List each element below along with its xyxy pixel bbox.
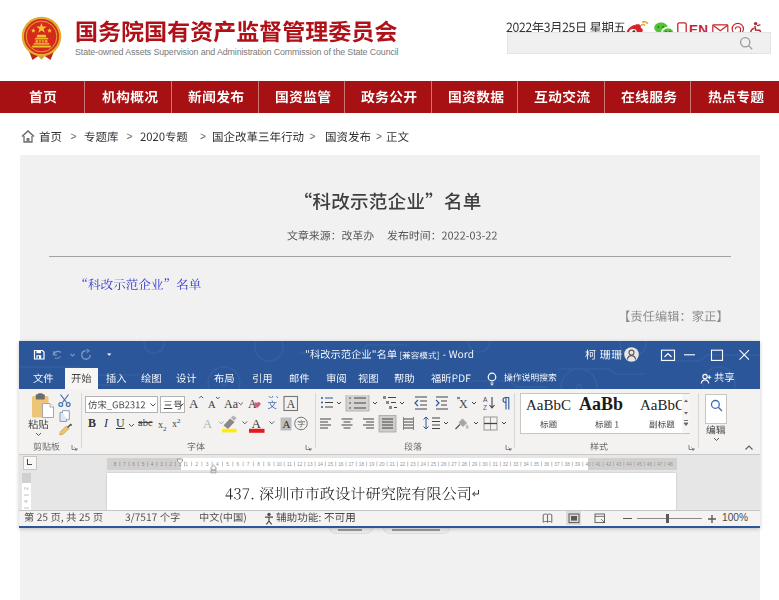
svg-text:A: A: [287, 398, 296, 410]
svg-text:X: X: [459, 397, 468, 411]
svg-text:10: 10: [276, 462, 282, 467]
svg-text:44: 44: [626, 462, 632, 467]
svg-text:13: 13: [307, 462, 313, 467]
svg-text:6: 6: [236, 462, 239, 467]
svg-text:12: 12: [297, 462, 303, 467]
svg-text:48: 48: [667, 462, 673, 467]
svg-text:38: 38: [564, 462, 570, 467]
svg-text:8: 8: [114, 462, 117, 467]
svg-text:36: 36: [544, 462, 550, 467]
svg-text:20: 20: [379, 462, 385, 467]
svg-text:16: 16: [338, 462, 344, 467]
svg-text:15: 15: [328, 462, 334, 467]
svg-text:24: 24: [420, 462, 426, 467]
svg-text:25: 25: [430, 462, 436, 467]
svg-text:Z: Z: [483, 404, 487, 411]
svg-text:33: 33: [513, 462, 519, 467]
svg-text:41: 41: [595, 462, 601, 467]
svg-text:26: 26: [441, 462, 447, 467]
svg-text:Aa: Aa: [224, 397, 239, 411]
svg-text:A: A: [283, 418, 291, 430]
svg-text:9: 9: [267, 462, 270, 467]
svg-text:A: A: [203, 417, 212, 431]
svg-text:A: A: [208, 399, 216, 410]
svg-text:A: A: [189, 396, 199, 411]
svg-text:32: 32: [503, 462, 509, 467]
svg-text:27: 27: [451, 462, 457, 467]
svg-text:2: 2: [169, 462, 172, 467]
svg-text:29: 29: [472, 462, 478, 467]
svg-text:21: 21: [389, 462, 395, 467]
svg-text:4: 4: [24, 500, 29, 503]
svg-text:6: 6: [132, 462, 135, 467]
svg-text:A: A: [483, 396, 488, 403]
svg-text:11: 11: [287, 462, 292, 467]
svg-text:31: 31: [492, 462, 498, 467]
svg-text:2: 2: [24, 487, 29, 490]
svg-text:3: 3: [160, 462, 163, 467]
svg-text:46: 46: [647, 462, 653, 467]
svg-text:4: 4: [151, 462, 154, 467]
svg-text:43: 43: [616, 462, 622, 467]
svg-text:5: 5: [141, 462, 144, 467]
svg-text:30: 30: [482, 462, 488, 467]
svg-text:47: 47: [657, 462, 663, 467]
svg-text:34: 34: [523, 462, 529, 467]
svg-text:7: 7: [247, 462, 250, 467]
svg-text:23: 23: [410, 462, 416, 467]
svg-text:17: 17: [348, 462, 354, 467]
svg-text:40: 40: [585, 462, 591, 467]
svg-text:39: 39: [575, 462, 581, 467]
svg-text:37: 37: [554, 462, 560, 467]
svg-text:22: 22: [400, 462, 406, 467]
svg-text:28: 28: [461, 462, 467, 467]
svg-text:7: 7: [123, 462, 126, 467]
svg-text:42: 42: [605, 462, 611, 467]
svg-text:45: 45: [636, 462, 642, 467]
svg-text:8: 8: [257, 462, 260, 467]
svg-text:14: 14: [317, 462, 323, 467]
svg-text:35: 35: [533, 462, 539, 467]
svg-text:A: A: [252, 416, 262, 431]
svg-text:18: 18: [358, 462, 364, 467]
svg-text:19: 19: [369, 462, 375, 467]
svg-text:5: 5: [226, 462, 229, 467]
